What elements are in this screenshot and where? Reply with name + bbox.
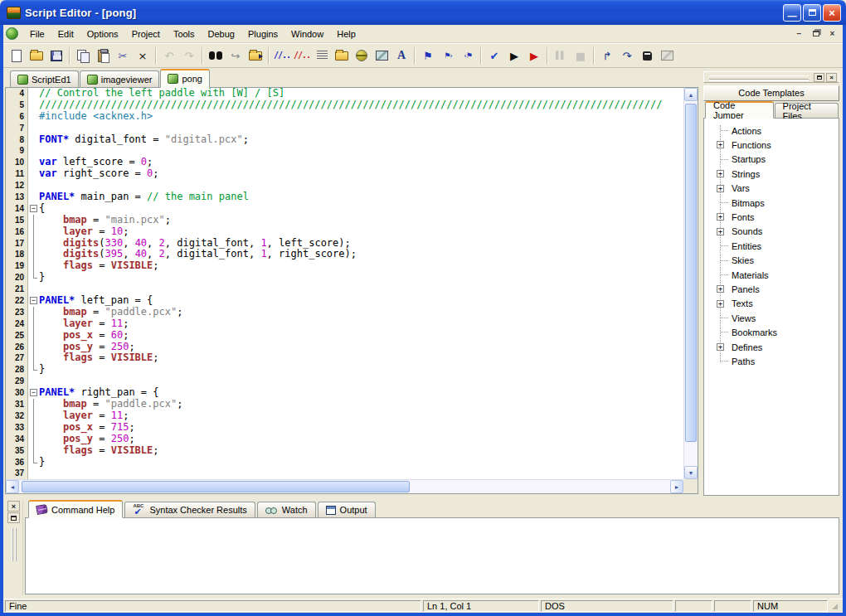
menu-item-help[interactable]: Help [330, 27, 362, 41]
code-line[interactable]: 8FONT* digital_font = "digital.pcx"; [6, 134, 683, 146]
titlebar[interactable]: Script Editor - [pong] — × [0, 0, 846, 25]
expand-icon[interactable]: + [717, 170, 724, 177]
editor-tab-imageviewer[interactable]: imageviewer [80, 70, 160, 87]
code-line[interactable]: 21 [6, 284, 683, 295]
tree-item-functions[interactable]: +Functions [704, 138, 839, 152]
code-line[interactable]: 23 bmap = "paddle.pcx"; [6, 307, 683, 318]
scroll-right-button[interactable]: ► [670, 480, 683, 493]
next-bookmark-button[interactable]: ⚑› [438, 46, 458, 65]
image-viewer-button[interactable] [372, 46, 391, 65]
right-panel-header[interactable]: × [703, 71, 839, 83]
right-panel-grip[interactable] [709, 75, 809, 80]
code-line[interactable]: 12 [6, 180, 683, 192]
copy-button[interactable] [73, 46, 93, 65]
code-line[interactable]: 32 layer = 11; [6, 410, 683, 422]
tree-item-strings[interactable]: +Strings [704, 167, 839, 181]
bottom-panel-grabber[interactable] [12, 528, 17, 561]
code-line[interactable]: 36} [6, 457, 683, 468]
menu-item-window[interactable]: Window [284, 27, 330, 41]
prev-bookmark-button[interactable]: ‹⚑ [458, 46, 478, 65]
code-line[interactable]: 29 [6, 376, 683, 387]
code-line[interactable]: 34 pos_y = 250; [6, 434, 683, 445]
menu-item-options[interactable]: Options [80, 27, 125, 41]
close-button[interactable]: × [823, 4, 841, 22]
code-line[interactable]: 25 pos_x = 60; [6, 330, 683, 342]
editor-tab-scripted1[interactable]: ScriptEd1 [10, 70, 79, 87]
bottom-tab-command-help[interactable]: Command Help [28, 500, 123, 518]
right-tab-project-files[interactable]: Project Files [775, 103, 839, 118]
save-file-button[interactable] [46, 46, 66, 65]
minimize-button[interactable]: — [783, 4, 801, 22]
tree-item-vars[interactable]: +Vars [704, 182, 839, 196]
right-panel-dock-button[interactable] [814, 73, 824, 82]
cut-button[interactable]: ✂ [113, 46, 133, 65]
scroll-down-button[interactable]: ▼ [684, 466, 698, 479]
code-line[interactable]: 14−{ [6, 203, 683, 215]
code-line[interactable]: 17 digits(330, 40, 2, digital_font, 1, l… [6, 238, 683, 250]
test-run-button[interactable]: ▶ [504, 46, 524, 65]
fold-collapse-box[interactable]: − [30, 297, 37, 304]
code-line[interactable]: 33 pos_x = 715; [6, 422, 683, 434]
code-line[interactable]: 24 layer = 11; [6, 318, 683, 330]
font-settings-button[interactable]: A [391, 46, 411, 65]
code-line[interactable]: 7 [6, 123, 683, 134]
code-line[interactable]: 19 flags = VISIBLE; [6, 260, 683, 272]
code-line[interactable]: 22−PANEL* left_pan = { [6, 295, 683, 307]
run-publish-button[interactable]: ▶ [524, 46, 544, 65]
tree-item-panels[interactable]: +Panels [704, 282, 839, 296]
horizontal-scroll-thumb[interactable] [22, 481, 410, 492]
menu-item-project[interactable]: Project [125, 27, 167, 41]
bottom-tab-syntax-checker-results[interactable]: ABC✔Syntax Checker Results [124, 502, 255, 517]
expand-icon[interactable]: + [717, 185, 724, 192]
tree-item-fonts[interactable]: +Fonts [704, 210, 839, 224]
tree-item-texts[interactable]: +Texts [704, 297, 839, 311]
toggle-bookmark-button[interactable]: ⚑ [418, 46, 438, 65]
horizontal-scrollbar[interactable]: ◄ ► [6, 479, 683, 493]
new-file-button[interactable] [7, 46, 27, 65]
tree-item-startups[interactable]: Startups [704, 153, 839, 167]
fold-collapse-box[interactable]: − [30, 205, 37, 212]
expand-icon[interactable]: + [717, 285, 724, 293]
code-line[interactable]: 13PANEL* main_pan = // the main panel [6, 192, 683, 203]
uncomment-selection-button[interactable]: //.. [292, 46, 312, 65]
code-line[interactable]: 5///////////////////////////////////////… [6, 99, 683, 111]
editor-tab-pong[interactable]: pong [160, 69, 209, 88]
code-line[interactable]: 4// Control the left paddle with [W] / [… [6, 88, 683, 99]
tree-item-actions[interactable]: Actions [704, 124, 839, 138]
mdi-close-button[interactable]: × [825, 27, 839, 40]
resize-grip[interactable]: ◢ [829, 600, 841, 612]
maximize-button[interactable] [803, 4, 821, 22]
menu-item-tools[interactable]: Tools [167, 27, 202, 41]
menu-item-edit[interactable]: Edit [51, 27, 80, 41]
bottom-tab-watch[interactable]: Watch [257, 502, 316, 517]
code-line[interactable]: 6#include <acknex.h> [6, 111, 683, 123]
code-line[interactable]: 16 layer = 10; [6, 226, 683, 238]
code-line[interactable]: 15 bmap = "main.pcx"; [6, 215, 683, 226]
code-editor[interactable]: 4// Control the left paddle with [W] / [… [5, 88, 698, 494]
scroll-left-button[interactable]: ◄ [6, 480, 19, 493]
snippet-folder-button[interactable] [332, 46, 352, 65]
code-line[interactable]: 20} [6, 272, 683, 284]
find-next-button[interactable]: ↪ [226, 46, 246, 65]
vertical-scroll-thumb[interactable] [685, 104, 697, 442]
block-indent-button[interactable] [312, 46, 332, 65]
code-line[interactable]: 26 pos_y = 250; [6, 342, 683, 353]
code-line[interactable]: 31 bmap = "paddle.pcx"; [6, 399, 683, 410]
web-update-button[interactable] [352, 46, 372, 65]
command-help-content[interactable] [25, 518, 839, 594]
expand-icon[interactable]: + [717, 228, 724, 235]
tree-item-materials[interactable]: Materials [704, 268, 839, 282]
mdi-minimize-button[interactable]: − [792, 27, 806, 40]
tree-item-bitmaps[interactable]: Bitmaps [704, 196, 839, 210]
right-panel-close-button[interactable]: × [826, 73, 837, 82]
expand-icon[interactable]: + [717, 300, 724, 308]
syntax-check-button[interactable]: ✔ [484, 46, 504, 65]
code-line[interactable]: 28} [6, 364, 683, 376]
code-templates-button[interactable]: Code Templates [703, 85, 839, 101]
tree-item-bookmarks[interactable]: Bookmarks [704, 325, 839, 339]
vertical-scrollbar[interactable]: ▲ ▼ [683, 88, 698, 479]
menu-item-plugins[interactable]: Plugins [241, 27, 284, 41]
tree-item-defines[interactable]: +Defines [704, 340, 839, 354]
open-include-button[interactable] [246, 46, 265, 65]
code-line[interactable]: 18 digits(395, 40, 2, digital_font, 1, r… [6, 249, 683, 260]
